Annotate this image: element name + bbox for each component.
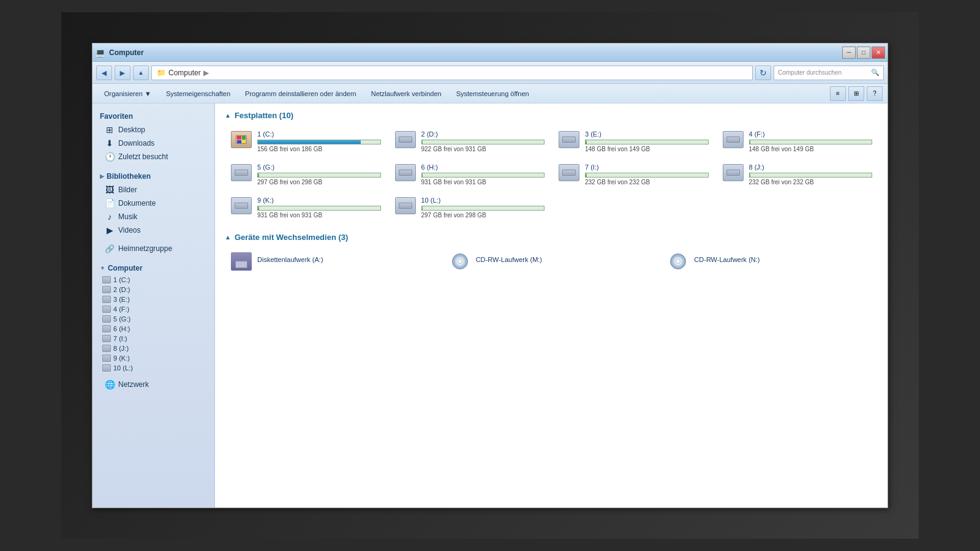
sidebar-label-downloads: Downloads xyxy=(118,139,154,148)
disk-d-icon xyxy=(102,286,111,293)
disk-h-icon xyxy=(102,325,111,332)
toolbar-btn-control[interactable]: Systemsteuerung öffnen xyxy=(450,86,536,102)
removable-item-0[interactable]: Diskettenlaufwerk (A:) xyxy=(225,248,441,275)
drive-icon-1 xyxy=(394,130,417,149)
disk-k-icon xyxy=(102,354,111,362)
drive-item-7[interactable]: 8 (J:)232 GB frei von 232 GB xyxy=(717,159,878,190)
minimize-button[interactable]: ─ xyxy=(842,47,856,59)
sidebar-label-dokumente: Dokumente xyxy=(118,199,156,208)
back-button[interactable]: ◄ xyxy=(96,66,112,80)
drive-name-3: 4 (F:) xyxy=(749,130,873,138)
disk-c-icon xyxy=(102,276,111,283)
drive-free-1: 922 GB frei von 931 GB xyxy=(421,146,545,152)
tree-item-g[interactable]: 5 (G:) xyxy=(92,314,214,324)
tree-item-c[interactable]: 1 (C:) xyxy=(92,275,214,285)
removable-item-1[interactable]: CD-RW-Laufwerk (M:) xyxy=(443,248,660,275)
search-box[interactable]: Computer durchsuchen 🔍 xyxy=(774,66,884,80)
sidebar-item-desktop[interactable]: ⊞ Desktop xyxy=(92,123,214,137)
view-btn-details[interactable]: ≡ xyxy=(830,86,846,101)
refresh-button[interactable]: ↻ xyxy=(755,66,771,80)
drive-bar-fill-0 xyxy=(258,140,361,144)
drive-item-1[interactable]: 2 (D:)922 GB frei von 931 GB xyxy=(389,126,551,157)
sidebar-item-netzwerk[interactable]: 🌐 Netzwerk xyxy=(92,378,214,391)
maximize-button[interactable]: □ xyxy=(857,47,870,59)
drive-icon-0 xyxy=(230,130,252,149)
title-bar-left: 💻 Computer xyxy=(95,48,144,58)
sidebar-item-heimnetzgruppe[interactable]: 🔗 Heimnetzgruppe xyxy=(92,242,214,255)
help-btn[interactable]: ? xyxy=(867,86,883,101)
wechselmedien-header: Geräte mit Wechselmedien (3) xyxy=(225,233,878,242)
tree-label-k: 9 (K:) xyxy=(113,354,130,362)
sidebar-item-recent[interactable]: 🕐 Zuletzt besucht xyxy=(92,150,214,163)
tree-item-d[interactable]: 2 (D:) xyxy=(92,285,214,294)
dokumente-icon: 📄 xyxy=(105,198,115,208)
tree-label-g: 5 (G:) xyxy=(113,315,130,323)
view-btn-icons[interactable]: ⊞ xyxy=(848,86,864,101)
tree-item-j[interactable]: 8 (J:) xyxy=(92,343,214,353)
desktop-icon: ⊞ xyxy=(105,125,115,135)
forward-button[interactable]: ► xyxy=(115,66,130,80)
toolbar-btn-system[interactable]: Systemeigenschaften xyxy=(159,86,237,102)
drive-free-2: 148 GB frei von 149 GB xyxy=(585,146,709,152)
drive-icon-3 xyxy=(722,130,744,149)
toolbar-btn-network[interactable]: Netzlaufwerk verbinden xyxy=(364,86,448,102)
toolbar-btn-organise[interactable]: Organisieren ▼ xyxy=(97,86,158,102)
drive-bar-6 xyxy=(585,173,709,178)
tree-label-d: 2 (D:) xyxy=(113,286,130,293)
tree-label-f: 4 (F:) xyxy=(113,305,129,313)
drive-info-7: 8 (J:)232 GB frei von 232 GB xyxy=(749,163,873,186)
drive-item-8[interactable]: 9 (K:)931 GB frei von 931 GB xyxy=(225,192,386,223)
tree-item-k[interactable]: 9 (K:) xyxy=(92,353,214,363)
sidebar-item-videos[interactable]: ▶ Videos xyxy=(92,223,214,237)
toolbar-right: ≡ ⊞ ? xyxy=(830,86,883,101)
removable-icon-2 xyxy=(667,252,689,271)
disk-f-icon xyxy=(102,305,111,313)
sidebar-label-netzwerk: Netzwerk xyxy=(118,380,149,389)
drive-item-3[interactable]: 4 (F:)148 GB frei von 149 GB xyxy=(717,126,878,157)
drive-bar-fill-1 xyxy=(422,140,423,144)
removable-icon-1 xyxy=(449,252,471,271)
close-button[interactable]: ✕ xyxy=(872,47,885,59)
drive-bar-0 xyxy=(257,140,381,144)
removable-item-2[interactable]: CD-RW-Laufwerk (N:) xyxy=(662,248,878,275)
drive-name-2: 3 (E:) xyxy=(585,130,709,138)
wechselmedien-title: Geräte mit Wechselmedien (3) xyxy=(235,233,348,242)
address-bar: ◄ ► ▲ 📁 Computer ▶ ↻ Computer durchsuche… xyxy=(92,62,888,84)
tree-item-h[interactable]: 6 (H:) xyxy=(92,324,214,334)
drive-info-4: 5 (G:)297 GB frei von 298 GB xyxy=(257,163,381,186)
drive-item-0[interactable]: 1 (C:)156 GB frei von 186 GB xyxy=(225,126,386,157)
downloads-icon: ⬇ xyxy=(105,138,115,148)
sidebar-item-dokumente[interactable]: 📄 Dokumente xyxy=(92,197,214,210)
tree-item-f[interactable]: 4 (F:) xyxy=(92,304,214,314)
drive-free-9: 297 GB frei von 298 GB xyxy=(421,212,545,219)
address-path[interactable]: 📁 Computer ▶ xyxy=(151,66,753,80)
sidebar-item-bilder[interactable]: 🖼 Bilder xyxy=(92,183,214,197)
drive-free-3: 148 GB frei von 149 GB xyxy=(749,146,873,152)
drives-grid: 1 (C:)156 GB frei von 186 GB2 (D:)922 GB… xyxy=(225,126,878,223)
drive-icon-7 xyxy=(722,163,744,182)
drive-item-5[interactable]: 6 (H:)931 GB frei von 931 GB xyxy=(389,159,551,190)
sidebar-item-musik[interactable]: ♪ Musik xyxy=(92,210,214,223)
toolbar-btn-uninstall[interactable]: Programm deinstallieren oder ändern xyxy=(238,86,363,102)
path-text: Computer xyxy=(168,69,201,77)
removable-name-0: Diskettenlaufwerk (A:) xyxy=(257,252,323,263)
drive-item-6[interactable]: 7 (I:)232 GB frei von 232 GB xyxy=(552,159,714,190)
drive-bar-fill-6 xyxy=(586,173,587,177)
drive-icon-6 xyxy=(558,163,580,182)
tree-item-i[interactable]: 7 (I:) xyxy=(92,334,214,343)
up-button[interactable]: ▲ xyxy=(133,66,149,80)
sidebar-label-videos: Videos xyxy=(118,226,140,234)
drive-name-5: 6 (H:) xyxy=(421,163,545,171)
drive-bar-8 xyxy=(257,206,381,211)
window-title: Computer xyxy=(109,48,144,57)
search-icon: 🔍 xyxy=(871,69,880,77)
drive-bar-fill-8 xyxy=(258,206,259,210)
tree-label-h: 6 (H:) xyxy=(113,325,130,332)
sidebar-item-downloads[interactable]: ⬇ Downloads xyxy=(92,137,214,150)
drive-item-4[interactable]: 5 (G:)297 GB frei von 298 GB xyxy=(225,159,386,190)
tree-item-l[interactable]: 10 (L:) xyxy=(92,363,214,373)
tree-item-e[interactable]: 3 (E:) xyxy=(92,294,214,304)
drive-item-9[interactable]: 10 (L:)297 GB frei von 298 GB xyxy=(389,192,551,223)
drive-item-2[interactable]: 3 (E:)148 GB frei von 149 GB xyxy=(552,126,714,157)
removable-name-2: CD-RW-Laufwerk (N:) xyxy=(694,252,760,263)
